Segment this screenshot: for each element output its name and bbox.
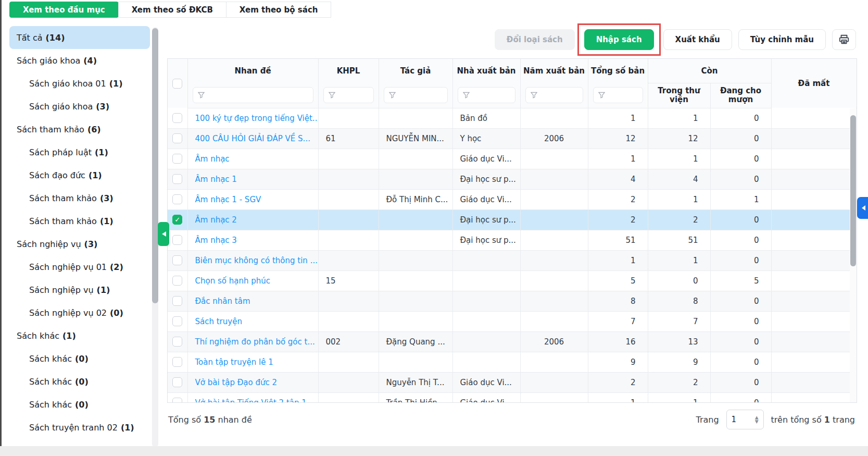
table-footer: Tổng số 15 nhan đề Trang 1 ▲ ▼ <box>167 403 857 429</box>
book-title-link[interactable]: Sách truyện <box>195 317 242 326</box>
table-row[interactable]: Đắc nhân tâm880 <box>168 291 857 311</box>
table-row[interactable]: Toàn tập truyện lê 1990 <box>168 352 857 372</box>
sidebar-category-item[interactable]: Sách khác(0) <box>9 370 150 393</box>
table-row[interactable]: Âm nhạc 3Đại học sư p...51510 <box>168 230 857 250</box>
category-label: Sách giáo khoa <box>17 56 80 66</box>
table-row[interactable]: Thí nghiệm đo phân bố góc t...002Đặng Qu… <box>168 331 857 352</box>
book-title-link[interactable]: Toàn tập truyện lê 1 <box>195 358 273 367</box>
author-cell <box>379 108 452 128</box>
customize-template-button[interactable]: Tùy chỉnh mẫu <box>738 29 826 50</box>
tab-view-by-series[interactable]: Xem theo bộ sách <box>226 2 332 18</box>
row-checkbox[interactable] <box>172 337 182 347</box>
stepper-down-icon[interactable]: ▼ <box>755 420 759 424</box>
sidebar-category-item[interactable]: Sách truyện tranh 02(1) <box>9 416 150 439</box>
book-title-link[interactable]: 400 CÂU HỎI GIẢI ĐÁP VỀ S... <box>195 134 310 143</box>
table-row[interactable]: Sách truyện770 <box>168 311 857 331</box>
sidebar-category-item[interactable]: Sách khác(0) <box>9 347 150 370</box>
table-row[interactable]: ✓Âm nhạc 2Đại học sư p...220 <box>168 209 857 230</box>
row-checkbox[interactable] <box>172 296 182 306</box>
book-title-link[interactable]: Chọn số hạnh phúc <box>195 276 270 286</box>
in_library-cell: 9 <box>648 352 710 372</box>
row-checkbox[interactable] <box>172 398 182 403</box>
export-button[interactable]: Xuất khẩu <box>663 29 732 50</box>
book-title-link[interactable]: Vở bài tập Đạo đức 2 <box>195 378 278 387</box>
sidebar-category-item[interactable]: Sách khác(0) <box>9 393 150 416</box>
in_library-cell: 13 <box>648 331 710 352</box>
sidebar-category-item[interactable]: Sách nghiệp vụ 02(0) <box>9 301 150 324</box>
book-title-link[interactable]: Âm nhạc <box>195 154 230 164</box>
row-checkbox[interactable] <box>172 194 182 204</box>
sidebar-category-item[interactable]: Sách truyện(0) <box>9 439 150 446</box>
row-checkbox[interactable] <box>172 113 182 123</box>
filter-author-input[interactable] <box>399 91 443 100</box>
sidebar-category-item[interactable]: Sách giáo khoa 01(1) <box>9 72 150 95</box>
table-scrollbar[interactable] <box>850 108 857 402</box>
book-title-link[interactable]: Âm nhạc 1 <box>195 175 237 184</box>
tab-view-by-dkcb[interactable]: Xem theo số ĐKCB <box>118 2 227 18</box>
row-checkbox[interactable] <box>172 235 182 245</box>
right-panel-expand-handle[interactable] <box>857 197 868 219</box>
sidebar-collapse-handle[interactable] <box>158 222 169 246</box>
filter-year-input[interactable] <box>541 91 578 100</box>
sidebar-category-item[interactable]: Sách nghiệp vụ(3) <box>9 232 150 255</box>
sidebar-category-item[interactable]: Sách đạo đức(1) <box>9 164 150 187</box>
book-title-link[interactable]: Vở bài tập Tiếng Việt 2 tập 1 <box>195 398 307 403</box>
sidebar-category-item[interactable]: Sách tham khảo(1) <box>9 209 150 232</box>
sidebar-category-item[interactable]: Sách tham khảo(3) <box>9 187 150 209</box>
year-cell <box>520 149 588 169</box>
book-title-link[interactable]: Âm nhạc 2 <box>195 215 237 225</box>
row-checkbox-cell <box>168 149 187 169</box>
sidebar-category-item[interactable]: Tất cả(14) <box>9 26 150 49</box>
khpl-cell: 61 <box>318 128 379 149</box>
import-books-button[interactable]: Nhập sách <box>584 29 654 50</box>
book-title-link[interactable]: 100 ký tự đẹp trong tiếng Việt... <box>195 114 319 123</box>
sidebar-category-item[interactable]: Sách pháp luật(1) <box>9 141 150 164</box>
row-checkbox[interactable] <box>172 133 182 143</box>
filter-title-input[interactable] <box>208 91 308 100</box>
sidebar-category-item[interactable]: Sách nghiệp vụ 01(2) <box>9 255 150 278</box>
table-row[interactable]: Âm nhạcGiáo dục Vi...110 <box>168 149 857 169</box>
borrowed-cell: 0 <box>710 108 771 128</box>
book-title-link[interactable]: Âm nhạc 1 - SGV <box>195 195 261 204</box>
filter-total-input[interactable] <box>609 91 638 100</box>
sidebar-category-item[interactable]: Sách tham khảo(6) <box>9 118 150 141</box>
row-checkbox[interactable] <box>172 276 182 286</box>
book-title-link[interactable]: Thí nghiệm đo phân bố góc t... <box>195 337 315 347</box>
row-checkbox[interactable] <box>172 377 182 387</box>
row-checkbox[interactable]: ✓ <box>172 215 182 225</box>
row-checkbox[interactable] <box>172 357 182 367</box>
filter-khpl-input[interactable] <box>339 91 369 100</box>
page-number-stepper[interactable]: 1 ▲ ▼ <box>726 410 764 429</box>
table-scrollbar-thumb[interactable] <box>850 115 856 266</box>
row-checkbox[interactable] <box>172 154 182 164</box>
table-row[interactable]: Vở bài tập Đạo đức 2Nguyễn Thị T...Giáo … <box>168 372 857 392</box>
sidebar-category-item[interactable]: Sách khác(1) <box>9 324 150 347</box>
row-checkbox[interactable] <box>172 255 182 265</box>
filter-publisher-input[interactable] <box>473 91 510 100</box>
sidebar-scrollbar-thumb[interactable] <box>152 28 158 303</box>
row-checkbox-cell <box>168 352 187 372</box>
row-checkbox[interactable] <box>172 316 182 326</box>
table-row[interactable]: Biên mục không có thông tin ...110 <box>168 250 857 270</box>
book-title-link[interactable]: Âm nhạc 3 <box>195 236 237 245</box>
table-row[interactable]: Chọn số hạnh phúc15505 <box>168 270 857 291</box>
table-row[interactable]: Âm nhạc 1 - SGVĐỗ Thị Minh C...Giáo dục … <box>168 189 857 209</box>
table-row[interactable]: Vở bài tập Tiếng Việt 2 tập 1Trần Thị Hi… <box>168 392 857 403</box>
toolbar: Đổi loại sách Nhập sách Xuất khẩu Tùy ch… <box>167 18 857 58</box>
category-count: (14) <box>46 33 65 43</box>
sidebar-category-item[interactable]: Sách nghiệp vụ(1) <box>9 278 150 301</box>
row-checkbox[interactable] <box>172 174 182 184</box>
book-title-link[interactable]: Đắc nhân tâm <box>195 297 250 306</box>
book-title-link[interactable]: Biên mục không có thông tin ... <box>195 256 318 265</box>
table-row[interactable]: 100 ký tự đẹp trong tiếng Việt...Bản đồ1… <box>168 108 857 128</box>
sidebar-category-item[interactable]: Sách giáo khoa(4) <box>9 49 150 72</box>
author-cell: Đặng Quang ... <box>379 331 452 352</box>
change-book-type-button[interactable]: Đổi loại sách <box>495 29 575 50</box>
tab-view-by-title[interactable]: Xem theo đầu mục <box>9 2 119 18</box>
table-row[interactable]: Âm nhạc 1Đại học sư p...440 <box>168 169 857 189</box>
sidebar-category-item[interactable]: Sách giáo khoa(3) <box>9 95 150 118</box>
print-button[interactable] <box>832 29 856 50</box>
publisher-cell: Đại học sư p... <box>452 209 520 230</box>
select-all-checkbox[interactable] <box>172 79 182 89</box>
table-row[interactable]: 400 CÂU HỎI GIẢI ĐÁP VỀ S...61NGUYỄN MIN… <box>168 128 857 149</box>
